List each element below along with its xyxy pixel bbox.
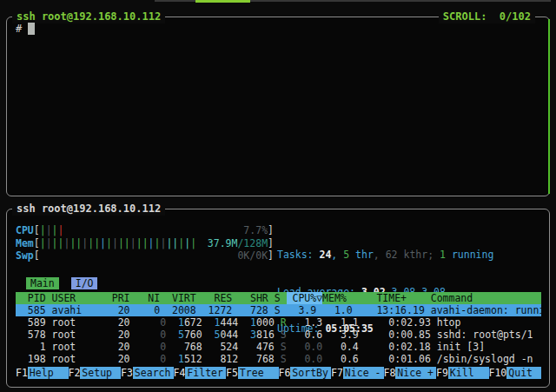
cpu-meter: CPU[||||7.7%] <box>16 224 274 237</box>
scroll-indicator: SCROLL: 0/102 <box>439 10 535 23</box>
terminal-cursor <box>28 23 35 35</box>
tab-main[interactable]: Main <box>26 277 59 289</box>
tasks-line: Tasks: 24, 5 thr, 62 kthr; 1 running <box>277 249 493 262</box>
process-table-header[interactable]: PID USER PRI NI VIRT RES SHR S CPU%▽MEM%… <box>16 292 541 304</box>
fn-key-f5[interactable]: F5Tree <box>226 367 279 379</box>
mem-used-value: 37.9M <box>208 237 238 250</box>
fn-key-f8[interactable]: F8Nice + <box>384 367 437 379</box>
process-row[interactable]: 585 avahi 20 0 2008 1272 728 S 3.9 1.0 1… <box>16 304 541 316</box>
process-row[interactable]: 578 root 20 0 5760 5044 3816 S 0.6 3.9 0… <box>16 329 541 341</box>
top-ssh-pane[interactable]: ssh root@192.168.10.112 SCROLL: 0/102 # <box>6 17 550 196</box>
fn-key-f4[interactable]: F4Filter <box>174 367 227 379</box>
top-pane-title: ssh root@192.168.10.112 <box>12 10 165 23</box>
fn-key-f6[interactable]: F6SortBy <box>279 367 332 379</box>
process-row[interactable]: 198 root 20 0 1512 812 768 S 0.0 0.6 0:0… <box>16 353 541 365</box>
swp-meter-value: 0K/0K <box>237 249 268 262</box>
shell-prompt: # <box>16 23 22 35</box>
bottom-ssh-pane[interactable]: ssh root@192.168.10.112 CPU[||||7.7%] Me… <box>6 209 550 388</box>
process-table: PID USER PRI NI VIRT RES SHR S CPU%▽MEM%… <box>16 292 541 365</box>
htop-view: CPU[||||7.7%] Mem[||||||||||||||||||||||… <box>7 209 549 387</box>
fn-key-f10[interactable]: F10Quit <box>489 367 542 379</box>
video-progress-bar <box>195 0 250 3</box>
cpu-meter-value: 7.7% <box>243 224 268 237</box>
swp-meter-label: Swp <box>16 249 34 262</box>
process-row[interactable]: 1 root 20 0 768 524 476 S 0.0 0.4 0:02.1… <box>16 341 541 353</box>
terminal-screen: ssh root@192.168.10.112 SCROLL: 0/102 # … <box>0 0 556 392</box>
process-row[interactable]: 589 root 20 0 1672 1444 1000 R 1.3 1.1 0… <box>16 316 541 329</box>
fn-key-f3[interactable]: F3Search <box>121 367 174 379</box>
fn-key-f7[interactable]: F7Nice - <box>331 367 384 379</box>
mem-meter-label: Mem <box>16 237 34 250</box>
swp-meter: Swp[0K/0K] <box>16 249 274 262</box>
fn-key-f9[interactable]: F9Kill <box>436 367 489 379</box>
htop-tabs: MainI/O <box>26 277 97 289</box>
fn-key-f2[interactable]: F2Setup <box>69 367 122 379</box>
cpu-meter-bars: |||| <box>40 224 244 237</box>
tab-io[interactable]: I/O <box>71 277 98 289</box>
fn-key-f1[interactable]: F1Help <box>16 367 69 379</box>
swp-meter-bars <box>40 249 238 262</box>
htop-meters: CPU[||||7.7%] Mem[||||||||||||||||||||||… <box>16 224 274 262</box>
process-rows: 585 avahi 20 0 2008 1272 728 S 3.9 1.0 1… <box>16 304 541 365</box>
mem-total-value: 128M <box>243 237 268 250</box>
cpu-meter-label: CPU <box>16 224 34 237</box>
mem-meter: Mem[||||||||||||||||||||||||||37.9M/128M… <box>16 237 274 250</box>
mem-meter-bars: |||||||||||||||||||||||||| <box>40 237 208 250</box>
fn-bar: F1HelpF2SetupF3SearchF4FilterF5TreeF6Sor… <box>16 367 541 379</box>
